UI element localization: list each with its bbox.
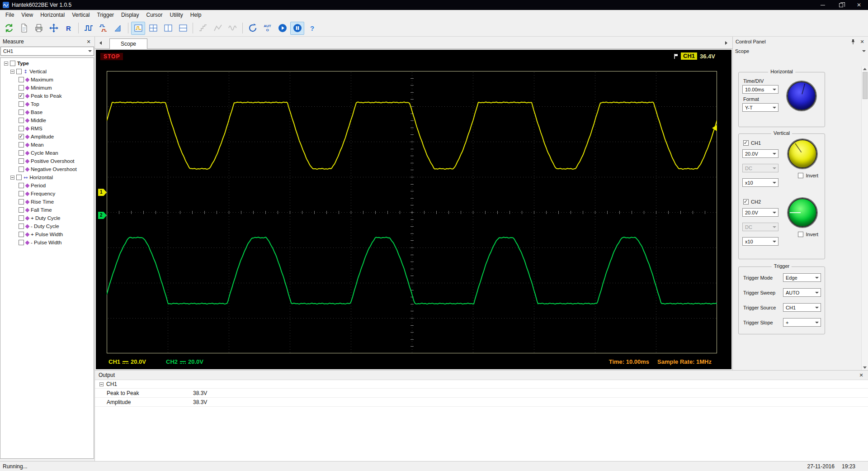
ch2-volts-combo[interactable]: 20.0V	[742, 208, 778, 217]
ch1-coupling-combo[interactable]: DC	[742, 164, 778, 172]
measure-item-checkbox[interactable]	[19, 77, 24, 82]
timediv-combo[interactable]: 10.00ms	[742, 85, 778, 94]
ch1-zero-marker[interactable]: 1	[98, 189, 107, 196]
measure-item-checkbox[interactable]	[19, 142, 24, 147]
measure-item-checkbox[interactable]	[19, 215, 24, 221]
dual-wave-button[interactable]	[96, 22, 110, 35]
ch2-probe-combo[interactable]: x10	[742, 237, 778, 246]
measure-item[interactable]: Middle	[0, 116, 94, 124]
linear-interpolation-button[interactable]	[211, 22, 225, 35]
trigger-setting-combo[interactable]: +	[783, 318, 821, 327]
format-combo[interactable]: Y-T	[742, 103, 778, 112]
measure-item-checkbox[interactable]	[19, 199, 24, 205]
type-checkbox[interactable]	[10, 61, 15, 66]
tree-node-type[interactable]: Type	[0, 59, 94, 67]
square-wave-button[interactable]	[81, 22, 95, 35]
collapse-icon[interactable]	[99, 382, 104, 386]
refresh-button[interactable]	[245, 22, 259, 35]
horizontal-position-knob[interactable]	[787, 81, 816, 110]
pan-button[interactable]	[47, 22, 61, 35]
maximize-button[interactable]	[832, 0, 850, 10]
ch2-invert-checkbox[interactable]	[798, 232, 803, 237]
measure-item[interactable]: Fall Time	[0, 206, 94, 214]
measure-item-checkbox[interactable]	[19, 126, 24, 131]
measure-item[interactable]: Maximum	[0, 76, 94, 84]
menu-item[interactable]: Horizontal	[37, 10, 68, 19]
step-interpolation-button[interactable]	[196, 22, 210, 35]
menu-item[interactable]: View	[18, 10, 37, 19]
ch1-position-knob[interactable]	[788, 139, 817, 168]
ch1-enable-checkbox[interactable]	[743, 140, 749, 146]
ch1-probe-combo[interactable]: x10	[742, 178, 778, 187]
print-button[interactable]	[32, 22, 46, 35]
trigger-setting-combo[interactable]: CH1	[783, 303, 821, 312]
ch2-position-knob[interactable]	[788, 198, 817, 227]
measure-item-checkbox[interactable]	[19, 109, 24, 115]
auto-setup-button[interactable]: AUTO	[260, 22, 274, 35]
ch1-invert-checkbox[interactable]	[798, 173, 803, 178]
measure-item[interactable]: + Pulse Width	[0, 230, 94, 238]
trigger-setting-combo[interactable]: AUTO	[783, 288, 821, 297]
measure-item[interactable]: - Duty Cycle	[0, 222, 94, 230]
output-group-row[interactable]: CH1	[95, 380, 868, 389]
close-button[interactable]: ✕	[850, 0, 868, 10]
scroll-down-icon[interactable]	[863, 366, 867, 369]
measure-item-checkbox[interactable]	[19, 191, 24, 196]
measure-item-checkbox[interactable]	[19, 150, 24, 156]
panel-mode-combo[interactable]: Scope	[733, 47, 868, 56]
measure-close-icon[interactable]: ✕	[85, 39, 92, 45]
minimize-button[interactable]	[814, 0, 832, 10]
ch1-volts-combo[interactable]: 20.0V	[742, 149, 778, 158]
reference-button[interactable]: R	[61, 22, 75, 35]
horizontal-split-button[interactable]	[176, 22, 190, 35]
new-file-button[interactable]	[17, 22, 31, 35]
measure-item[interactable]: RMS	[0, 124, 94, 133]
scroll-up-icon[interactable]	[863, 68, 867, 70]
vertical-split-button[interactable]	[161, 22, 175, 35]
run-button[interactable]	[275, 22, 289, 35]
measure-item[interactable]: + Duty Cycle	[0, 214, 94, 222]
ch2-enable-checkbox[interactable]	[743, 199, 749, 205]
measure-item[interactable]: Minimum	[0, 84, 94, 92]
measure-item[interactable]: Positive Overshoot	[0, 157, 94, 165]
single-window-button[interactable]	[131, 22, 145, 35]
sine-interpolation-button[interactable]	[226, 22, 240, 35]
collapse-icon[interactable]	[10, 176, 14, 180]
measure-item-checkbox[interactable]	[19, 240, 24, 245]
vertical-group-checkbox[interactable]	[16, 69, 22, 74]
measure-item-checkbox[interactable]	[19, 207, 24, 213]
measure-item[interactable]: - Pulse Width	[0, 238, 94, 247]
control-panel-close-icon[interactable]: ✕	[859, 39, 865, 45]
collapse-icon[interactable]	[4, 62, 8, 66]
menu-item[interactable]: Vertical	[68, 10, 93, 19]
measure-channel-combo[interactable]: CH1	[0, 47, 94, 56]
measure-item-checkbox[interactable]	[19, 158, 24, 164]
ch2-zero-marker[interactable]: 2	[98, 212, 107, 219]
menu-item[interactable]: Display	[118, 10, 142, 19]
measure-item-checkbox[interactable]	[19, 118, 24, 123]
measure-item-checkbox[interactable]	[19, 85, 24, 90]
trigger-setting-combo[interactable]: Edge	[783, 273, 821, 282]
measure-item-checkbox[interactable]	[19, 224, 24, 229]
help-button[interactable]: ?	[305, 22, 319, 35]
trigger-level-marker[interactable]	[712, 125, 717, 131]
measure-item[interactable]: Rise Time	[0, 198, 94, 206]
menu-item[interactable]: File	[2, 10, 18, 19]
measure-item[interactable]: Negative Overshoot	[0, 165, 94, 173]
tree-node-horizontal[interactable]: ↔ Horizontal	[0, 173, 94, 181]
tab-scope[interactable]: Scope	[109, 38, 147, 49]
measure-item[interactable]: Period	[0, 181, 94, 190]
scrollbar-thumb[interactable]	[863, 72, 868, 99]
collapse-icon[interactable]	[10, 70, 14, 74]
control-panel-scrollbar[interactable]	[861, 67, 868, 370]
measure-item-checkbox[interactable]	[19, 93, 24, 99]
horizontal-group-checkbox[interactable]	[16, 175, 22, 180]
output-close-icon[interactable]: ✕	[858, 372, 864, 378]
menu-item[interactable]: Cursor	[142, 10, 166, 19]
tree-node-vertical[interactable]: ↕ Vertical	[0, 67, 94, 76]
connect-button[interactable]	[2, 22, 16, 35]
quad-window-button[interactable]	[146, 22, 160, 35]
measure-item-checkbox[interactable]	[19, 101, 24, 107]
menu-item[interactable]: Help	[187, 10, 205, 19]
measure-item-checkbox[interactable]	[19, 232, 24, 237]
